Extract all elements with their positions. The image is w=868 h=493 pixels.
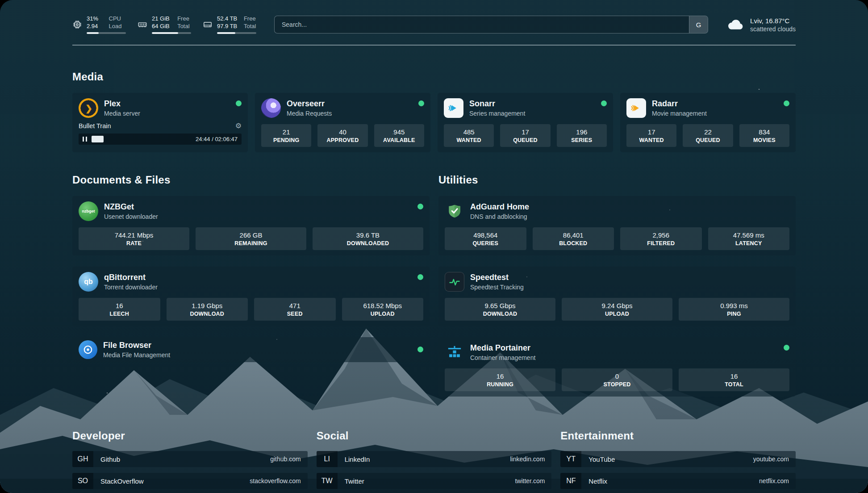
service-name: AdGuard Home (470, 202, 529, 212)
filebrowser-icon (79, 340, 97, 359)
status-dot (417, 204, 423, 209)
section-title-social: Social (317, 430, 552, 442)
nzbget-icon: nzbget (79, 201, 98, 221)
stat-box: 47.569 msLATENCY (708, 227, 790, 250)
stat-box: 618.52 MbpsUPLOAD (342, 298, 424, 321)
speedtest-card[interactable]: Speedtest Speedtest Tracking 9.65 GbpsDO… (438, 267, 796, 326)
radarr-icon (626, 98, 646, 118)
memory-bar-fill (152, 32, 178, 34)
stat-box: 17QUEUED (500, 124, 550, 147)
adguard-card[interactable]: AdGuard Home DNS and adblocking 498,564Q… (438, 196, 796, 255)
sonarr-card[interactable]: Sonarr Series management 485WANTED 17QUE… (438, 93, 613, 152)
search-input[interactable] (275, 16, 689, 33)
stat-value: 0.993 ms (680, 302, 788, 309)
stat-label: QUERIES (447, 240, 525, 246)
portainer-card[interactable]: Media Portainer Container management 16R… (438, 337, 796, 397)
cpu-bar (87, 32, 126, 34)
stat-label: QUEUED (684, 137, 731, 143)
service-subtitle: Movie management (652, 110, 707, 117)
disk-icon (203, 20, 213, 29)
stat-box: 16RUNNING (445, 368, 555, 391)
memory-total: 64 GiB (152, 23, 171, 30)
search-provider-button[interactable]: G (689, 16, 708, 33)
section-title-developer: Developer (72, 430, 308, 442)
stat-box: 21PENDING (261, 124, 311, 147)
bookmark-linkedin[interactable]: LI LinkedIn linkedin.com (317, 451, 552, 467)
topbar: 31% CPU 2.94 Load (72, 15, 796, 34)
stat-label: WANTED (446, 137, 492, 143)
stat-box: 17WANTED (626, 124, 676, 147)
memory-total-label: Total (177, 23, 191, 30)
radarr-card[interactable]: Radarr Movie management 17WANTED 22QUEUE… (620, 93, 796, 152)
stat-box: 0.993 msPING (679, 298, 789, 321)
stat-box: 86,401BLOCKED (533, 227, 614, 250)
stat-box: 9.65 GbpsDOWNLOAD (445, 298, 555, 321)
section-title-media: Media (72, 71, 796, 83)
section-entertainment: Entertainment YT YouTube youtube.com NF … (560, 430, 796, 493)
stat-value: 471 (256, 302, 334, 309)
plex-card[interactable]: ❯ Plex Media server Bullet Train ⚙ (72, 93, 248, 152)
stat-value: 16 (447, 372, 554, 380)
stat-label: LATENCY (710, 240, 788, 246)
bookmark-stackoverflow[interactable]: SO StackOverflow stackoverflow.com (72, 473, 308, 489)
service-subtitle: Media File Management (103, 351, 170, 359)
stat-box: 9.24 GbpsUPLOAD (562, 298, 672, 321)
stat-label: REMAINING (197, 240, 305, 246)
status-dot (784, 345, 789, 351)
section-title-documents: Documents & Files (72, 174, 430, 186)
playback-progress[interactable] (92, 134, 191, 145)
section-developer: Developer GH Github github.com SO StackO… (72, 430, 308, 493)
settings-gear-icon[interactable]: ⚙ (235, 122, 242, 130)
status-dot (418, 100, 424, 106)
overseerr-icon (261, 98, 281, 118)
stat-label: RUNNING (447, 381, 554, 388)
bookmark-netflix[interactable]: NF Netflix netflix.com (560, 473, 796, 489)
stat-label: DOWNLOAD (168, 311, 246, 317)
filebrowser-card[interactable]: File Browser Media File Management (72, 337, 430, 362)
playback-bar: 24:44 / 02:06:47 (79, 134, 242, 145)
playback-time: 24:44 / 02:06:47 (196, 136, 238, 142)
stat-value: 196 (559, 128, 605, 136)
bookmark-abbr: GH (72, 451, 93, 467)
bookmark-abbr: LI (317, 451, 338, 467)
bookmark-name: Github (100, 455, 120, 463)
service-name: Plex (104, 99, 140, 109)
service-name: Speedtest (470, 273, 524, 282)
stat-label: SEED (256, 311, 334, 317)
stat-box: 834MOVIES (739, 124, 789, 147)
overseerr-card[interactable]: Overseerr Media Requests 21PENDING 40APP… (255, 93, 430, 152)
pause-button[interactable] (83, 137, 87, 142)
stat-box: 945AVAILABLE (374, 124, 424, 147)
service-name: Radarr (652, 99, 707, 109)
status-dot (236, 100, 242, 106)
bookmark-twitter[interactable]: TW Twitter twitter.com (317, 473, 552, 489)
portainer-icon (445, 343, 464, 362)
stat-value: 9.65 Gbps (447, 302, 554, 309)
bookmark-github[interactable]: GH Github github.com (72, 451, 308, 467)
playback-progress-fill (92, 136, 104, 142)
cpu-widget: 31% CPU 2.94 Load (72, 15, 126, 34)
stat-box: 0STOPPED (562, 368, 672, 391)
stat-value: 744.21 Mbps (80, 231, 188, 239)
stat-value: 2,956 (622, 231, 700, 239)
stat-value: 86,401 (534, 231, 613, 239)
stat-value: 22 (684, 128, 731, 136)
section-title-entertainment: Entertainment (560, 430, 796, 442)
qbittorrent-card[interactable]: qb qBittorrent Torrent downloader 16LEEC… (72, 267, 430, 326)
service-subtitle: Media server (104, 110, 140, 117)
service-name: qBittorrent (104, 273, 158, 282)
weather-condition: scattered clouds (750, 25, 796, 33)
cpu-label: CPU (109, 15, 126, 22)
nzbget-card[interactable]: nzbget NZBGet Usenet downloader 744.21 M… (72, 196, 430, 255)
service-subtitle: Container management (470, 354, 535, 361)
dashboard-screen: 31% CPU 2.94 Load (0, 0, 868, 493)
stat-label: AVAILABLE (376, 137, 422, 143)
bookmark-abbr: SO (72, 473, 93, 489)
bookmark-url: github.com (270, 455, 300, 463)
service-subtitle: DNS and adblocking (470, 213, 529, 220)
bookmark-youtube[interactable]: YT YouTube youtube.com (560, 451, 796, 467)
bookmark-name: LinkedIn (345, 455, 370, 463)
stat-label: MOVIES (741, 137, 788, 143)
stat-label: STOPPED (563, 381, 671, 388)
stat-value: 1.19 Gbps (168, 302, 246, 309)
